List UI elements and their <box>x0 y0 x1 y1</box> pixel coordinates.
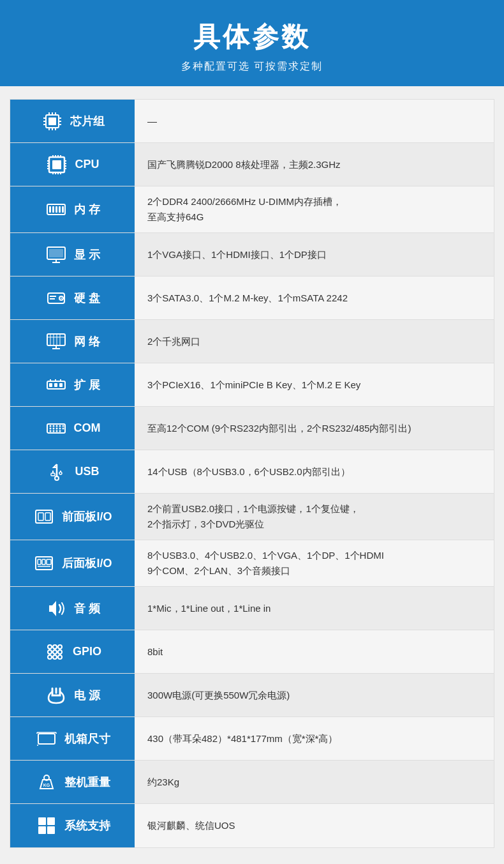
spec-label-text-dimension: 机箱尺寸 <box>64 731 110 747</box>
svg-rect-1 <box>48 117 56 125</box>
svg-point-102 <box>58 655 62 659</box>
svg-rect-84 <box>38 513 43 520</box>
spec-value-network: 2个千兆网口 <box>135 320 494 363</box>
svg-rect-113 <box>47 826 55 834</box>
spec-label-expand: 扩 展 <box>10 363 135 406</box>
svg-point-66 <box>59 427 61 429</box>
spec-value-memory: 2个DDR4 2400/2666MHz U-DIMM内存插槽，至高支持64G <box>135 186 494 232</box>
svg-rect-87 <box>38 559 41 565</box>
spec-value-front-io: 2个前置USB2.0接口，1个电源按键，1个复位键，2个指示灯，3个DVD光驱位 <box>135 494 494 540</box>
spec-label-text-rear-io: 后面板I/O <box>62 556 112 571</box>
spec-label-display: 显 示 <box>10 233 135 276</box>
spec-label-text-com: COM <box>74 421 101 435</box>
spec-label-front-io: 前面板I/O <box>10 494 135 540</box>
svg-point-78 <box>55 476 59 480</box>
spec-label-network: 网 络 <box>10 320 135 363</box>
svg-rect-33 <box>49 206 51 213</box>
spec-label-cpu: CPU <box>10 143 135 186</box>
memory-icon <box>45 198 68 221</box>
spec-label-text-gpio: GPIO <box>73 645 101 658</box>
com-icon <box>45 417 68 440</box>
svg-rect-110 <box>38 817 46 825</box>
svg-rect-88 <box>42 559 45 565</box>
spec-row-network: 网 络2个千兆网口 <box>10 320 494 363</box>
svg-point-46 <box>61 298 62 299</box>
svg-rect-89 <box>47 559 51 565</box>
spec-row-hdd: 硬 盘3个SATA3.0、1个M.2 M-key、1个mSATA 2242 <box>10 277 494 320</box>
svg-rect-37 <box>62 206 64 213</box>
spec-value-audio: 1*Mic，1*Line out，1*Line in <box>135 587 494 630</box>
page-subtitle: 多种配置可选 可按需求定制 <box>13 60 491 73</box>
spec-row-com: COM至高12个COM (9个RS232内部引出，2个RS232/485内部引出… <box>10 407 494 450</box>
svg-point-97 <box>48 650 52 654</box>
svg-point-68 <box>49 425 51 427</box>
svg-point-98 <box>53 650 57 654</box>
spec-label-text-expand: 扩 展 <box>74 377 100 393</box>
cpu-icon <box>45 153 68 176</box>
spec-row-audio: 音 频1*Mic，1*Line out，1*Line in <box>10 587 494 630</box>
spec-value-com: 至高12个COM (9个RS232内部引出，2个RS232/485内部引出) <box>135 407 494 450</box>
spec-row-power: 电 源300W电源(可更换550W冗余电源) <box>10 674 494 717</box>
svg-rect-36 <box>59 206 61 213</box>
spec-label-text-usb: USB <box>75 465 99 478</box>
spec-value-rear-io: 8个USB3.0、4个USB2.0、1个VGA、1个DP、1个HDMI9个COM… <box>135 540 494 586</box>
spec-label-chipset: 芯片组 <box>10 100 135 142</box>
spec-label-text-memory: 内 存 <box>74 202 100 217</box>
spec-label-dimension: 机箱尺寸 <box>10 717 135 760</box>
spec-value-weight: 约23Kg <box>135 761 494 803</box>
svg-point-74 <box>52 430 54 432</box>
svg-rect-112 <box>38 826 46 834</box>
page-header: 具体参数 多种配置可选 可按需求定制 <box>0 0 504 86</box>
spec-row-os: 系统支持银河麒麟、统信UOS <box>10 804 494 847</box>
svg-point-65 <box>56 427 57 429</box>
svg-rect-58 <box>59 383 63 387</box>
spec-label-audio: 音 频 <box>10 587 135 630</box>
spec-label-text-power: 电 源 <box>74 688 100 703</box>
svg-point-95 <box>53 645 57 649</box>
hdd-icon <box>45 287 68 310</box>
svg-rect-57 <box>54 383 57 387</box>
front-io-icon <box>33 505 56 528</box>
svg-rect-56 <box>49 383 52 387</box>
svg-point-94 <box>48 645 52 649</box>
spec-label-text-chipset: 芯片组 <box>70 114 105 129</box>
power-icon <box>45 684 68 707</box>
spec-row-rear-io: 后面板I/O8个USB3.0、4个USB2.0、1个VGA、1个DP、1个HDM… <box>10 540 494 587</box>
weight-icon: KG <box>35 771 58 794</box>
display-icon <box>45 243 68 266</box>
spec-label-hdd: 硬 盘 <box>10 277 135 319</box>
spec-label-text-network: 网 络 <box>74 334 100 349</box>
expand-icon <box>45 374 68 397</box>
spec-row-usb: USB14个USB（8个USB3.0，6个USB2.0内部引出） <box>10 450 494 494</box>
svg-point-75 <box>56 430 57 432</box>
spec-value-dimension: 430（带耳朵482）*481*177mm（宽*深*高） <box>135 717 494 760</box>
svg-point-76 <box>59 430 61 432</box>
spec-value-usb: 14个USB（8个USB3.0，6个USB2.0内部引出） <box>135 450 494 493</box>
spec-label-usb: USB <box>10 450 135 493</box>
spec-value-cpu: 国产飞腾腾锐D2000 8核处理器，主频2.3GHz <box>135 143 494 186</box>
rear-io-icon <box>33 552 56 575</box>
svg-text:KG: KG <box>43 783 50 787</box>
svg-rect-41 <box>49 249 63 257</box>
spec-row-weight: KG整机重量约23Kg <box>10 761 494 804</box>
spec-label-text-weight: 整机重量 <box>64 775 110 790</box>
svg-point-64 <box>52 427 54 429</box>
spec-row-display: 显 示1个VGA接口、1个HDMI接口、1个DP接口 <box>10 233 494 277</box>
svg-point-71 <box>59 425 61 427</box>
spec-value-gpio: 8bit <box>135 630 494 673</box>
svg-point-99 <box>58 650 62 654</box>
svg-rect-34 <box>52 206 54 213</box>
svg-point-70 <box>56 425 57 427</box>
page-title: 具体参数 <box>13 19 491 55</box>
svg-point-101 <box>53 655 57 659</box>
svg-rect-103 <box>38 734 55 744</box>
spec-label-text-hdd: 硬 盘 <box>74 291 100 306</box>
spec-label-text-audio: 音 频 <box>74 601 100 616</box>
audio-icon <box>45 597 68 620</box>
svg-point-82 <box>59 472 62 474</box>
svg-point-100 <box>48 655 52 659</box>
spec-row-memory: 内 存2个DDR4 2400/2666MHz U-DIMM内存插槽，至高支持64… <box>10 186 494 233</box>
spec-row-dimension: 机箱尺寸430（带耳朵482）*481*177mm（宽*深*高） <box>10 717 494 761</box>
spec-label-text-cpu: CPU <box>75 158 99 171</box>
spec-label-text-display: 显 示 <box>74 247 100 262</box>
